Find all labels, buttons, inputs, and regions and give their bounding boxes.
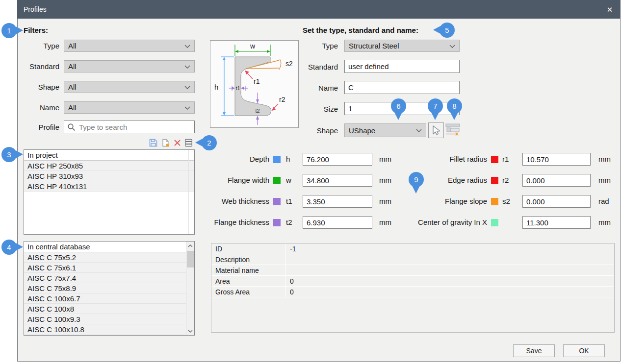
list-item[interactable]: AISC C 100x9.3 xyxy=(24,314,186,324)
table-row[interactable]: Material name xyxy=(211,265,614,276)
color-swatch xyxy=(273,198,281,205)
new-profile-button[interactable] xyxy=(160,138,170,148)
database-button[interactable] xyxy=(183,138,193,148)
shape-dropdown[interactable]: UShape xyxy=(344,123,426,137)
list-item[interactable]: AISC C 75x7.4 xyxy=(24,273,186,283)
table-row[interactable]: Area 0 xyxy=(211,276,614,287)
list-item[interactable]: AISC C 75x6.1 xyxy=(24,263,186,273)
profile-search-input[interactable] xyxy=(64,121,195,133)
callout-9: 9 xyxy=(409,172,424,187)
fillet-radius-input[interactable] xyxy=(522,153,591,166)
ok-button[interactable]: OK xyxy=(563,344,605,357)
standard-label: Standard xyxy=(264,63,338,71)
standard-input[interactable] xyxy=(344,60,460,73)
chevron-down-icon xyxy=(184,106,190,110)
filter-type-dropdown[interactable]: All xyxy=(64,40,195,52)
filters-heading: Filters: xyxy=(24,26,48,34)
param-symbol: s2 xyxy=(502,197,510,205)
scrollbar-thumb[interactable] xyxy=(187,251,194,267)
name-input[interactable] xyxy=(344,81,460,94)
table-row-label: Material name xyxy=(211,265,286,275)
edge-radius-input[interactable] xyxy=(522,174,591,187)
list-item[interactable]: AISC C 100x8 xyxy=(24,304,186,314)
table-row-value xyxy=(286,265,614,275)
param-unit: mm xyxy=(598,155,611,163)
color-swatch xyxy=(273,156,281,163)
center-of-gravity-x-input[interactable] xyxy=(522,216,591,229)
param-label: Edge radius xyxy=(383,176,487,184)
vertical-scrollbar[interactable] xyxy=(186,242,194,335)
central-db-header: In central database xyxy=(24,242,186,252)
svg-text:w: w xyxy=(250,42,256,50)
title-bar[interactable]: Profiles xyxy=(17,0,621,19)
param-symbol: r2 xyxy=(502,176,509,184)
callout-5: 5 xyxy=(440,23,455,38)
filter-name-value: All xyxy=(68,103,77,112)
scroll-down-button[interactable] xyxy=(186,327,194,335)
table-row-value: 0 xyxy=(286,276,614,286)
shape-drawing-icon xyxy=(445,123,460,137)
type-dropdown[interactable]: Structural Steel xyxy=(344,40,460,52)
chevron-down-icon xyxy=(184,65,190,69)
web-thickness-input[interactable] xyxy=(303,195,372,208)
list-item[interactable]: AISC HP 250x85 xyxy=(24,161,194,171)
color-swatch xyxy=(273,177,281,184)
color-swatch xyxy=(491,219,498,226)
type-section-heading: Set the type, standard and name: xyxy=(303,26,418,34)
new-document-icon xyxy=(161,138,170,147)
delete-x-icon xyxy=(173,138,182,147)
table-row-label: Gross Area xyxy=(211,287,286,297)
callout-2: 2 xyxy=(202,135,217,150)
scroll-up-button[interactable] xyxy=(186,242,194,250)
param-symbol: h xyxy=(286,155,290,163)
filter-standard-value: All xyxy=(68,62,77,71)
list-item[interactable]: AISC HP 410x131 xyxy=(24,181,194,192)
callout-7: 7 xyxy=(428,98,443,114)
callout-4: 4 xyxy=(1,240,17,255)
name-label: Name xyxy=(264,84,338,92)
save-profile-button[interactable] xyxy=(148,138,158,148)
table-row[interactable]: Description xyxy=(211,254,614,265)
chevron-down-icon xyxy=(184,45,190,48)
filter-standard-dropdown[interactable]: All xyxy=(64,60,195,73)
svg-text:t2: t2 xyxy=(255,108,259,114)
filter-standard-label: Standard xyxy=(14,62,59,71)
filter-name-dropdown[interactable]: All xyxy=(64,101,195,114)
param-label: Center of gravity In X xyxy=(383,218,487,226)
delete-profile-button[interactable] xyxy=(172,138,182,148)
pick-shape-button[interactable] xyxy=(428,122,444,138)
callout-8: 8 xyxy=(447,98,462,114)
list-item[interactable]: AISC C 75x8.9 xyxy=(24,283,186,293)
param-label: Flange width xyxy=(186,176,269,184)
param-symbol: r1 xyxy=(502,155,509,163)
list-item[interactable]: AISC C 100x10.8 xyxy=(24,324,186,335)
svg-text:t1: t1 xyxy=(235,85,240,91)
callout-3: 3 xyxy=(1,147,17,162)
color-swatch xyxy=(491,198,498,205)
filter-type-label: Type xyxy=(14,42,59,50)
save-icon xyxy=(149,138,158,147)
table-row[interactable]: Gross Area 0 xyxy=(211,287,614,297)
table-row-value xyxy=(286,254,614,265)
list-item[interactable]: AISC C 75x5.2 xyxy=(24,252,186,263)
close-icon[interactable]: ✕ xyxy=(603,4,616,16)
save-button[interactable]: Save xyxy=(513,344,555,357)
param-unit: rad xyxy=(598,197,609,205)
flange-width-input[interactable] xyxy=(303,174,372,187)
table-row-label: ID xyxy=(211,243,286,254)
param-symbol: t2 xyxy=(286,218,292,226)
filter-shape-dropdown[interactable]: All xyxy=(64,81,195,93)
search-icon xyxy=(67,123,76,131)
callout-1: 1 xyxy=(1,23,17,38)
table-row-label: Description xyxy=(211,254,286,265)
shape-drawing-button[interactable] xyxy=(445,123,460,137)
profile-details-table: ID -1 Description Material name Area 0 G… xyxy=(211,243,615,333)
table-row[interactable]: ID -1 xyxy=(211,243,614,254)
filter-type-value: All xyxy=(68,42,77,50)
flange-thickness-input[interactable] xyxy=(303,216,372,229)
list-item[interactable]: AISC C 100x6.7 xyxy=(24,293,186,304)
list-item[interactable]: AISC HP 310x93 xyxy=(24,171,194,181)
svg-text:h: h xyxy=(214,83,218,91)
flange-slope-input[interactable] xyxy=(522,195,591,208)
depth-input[interactable] xyxy=(303,153,372,166)
